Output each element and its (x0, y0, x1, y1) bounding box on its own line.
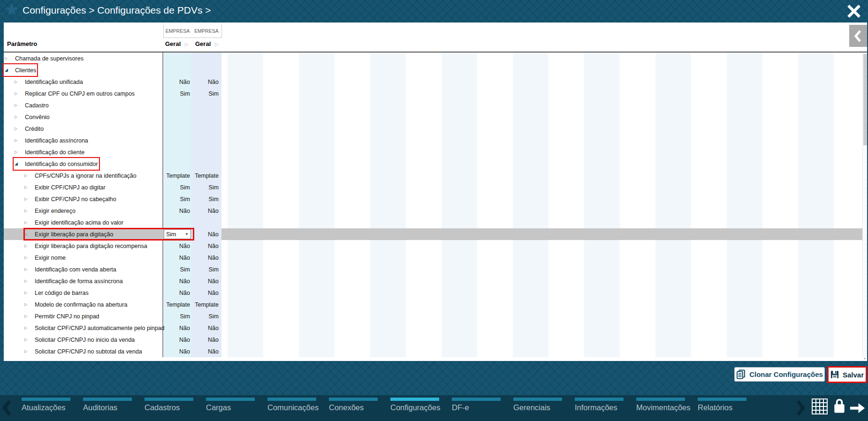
scrollbar-thumb[interactable] (863, 54, 867, 145)
tree-row[interactable]: ▷Replicar CPF ou CNPJ em outros camposSi… (4, 88, 867, 99)
tree-expanded-icon[interactable]: ◢ (15, 162, 20, 166)
tree-collapsed-icon[interactable]: ▷ (24, 268, 30, 271)
tree-row[interactable]: ▷Exigir liberação para digitação recompe… (4, 240, 867, 252)
nav-item-auditorias[interactable]: Auditorias (83, 398, 132, 412)
tree-collapsed-icon[interactable]: ▷ (24, 174, 30, 178)
tree-row[interactable]: ▷Ler código de barrasNãoNão (4, 287, 867, 299)
nav-item-cadastros[interactable]: Cadastros (145, 398, 193, 412)
nav-item-movimenta-es[interactable]: Movimentações (636, 398, 685, 412)
clone-settings-button[interactable]: Clonar Configurações (734, 367, 825, 382)
value-cell-2[interactable]: Não (191, 76, 220, 88)
nav-item-comunica-es[interactable]: Comunicações (267, 398, 316, 412)
value-cell-2[interactable]: Não (191, 228, 221, 240)
value-cell-2[interactable]: Não (191, 240, 220, 252)
collapse-panel-button[interactable] (849, 25, 867, 47)
nav-scroll-left-icon[interactable] (2, 400, 12, 416)
tree-collapsed-icon[interactable]: ▷ (24, 291, 30, 295)
tree-row[interactable]: ▷Modelo de confirmação na aberturaTempla… (4, 299, 867, 310)
tree-row[interactable]: ▷Exigir nomeNãoNão (4, 252, 867, 263)
value-cell-2[interactable]: Não (191, 334, 220, 346)
geral-column-header[interactable]: Geral▷ (195, 40, 219, 47)
tree-row[interactable]: ▷CPFs/CNPJs a ignorar na identificaçãoTe… (4, 170, 867, 181)
save-button[interactable]: Salvar (827, 366, 867, 383)
tree-collapsed-icon[interactable]: ▷ (15, 80, 20, 84)
value-cell-2[interactable]: Sim (191, 310, 220, 322)
tree-collapsed-icon[interactable]: ▷ (24, 221, 30, 225)
tree-collapsed-icon[interactable]: ▷ (15, 92, 20, 96)
value-cell-1[interactable]: Template (163, 299, 190, 310)
tree-collapsed-icon[interactable]: ▷ (24, 338, 30, 342)
value-cell-1[interactable]: Sim (163, 181, 190, 193)
tree-collapsed-icon[interactable]: ▷ (24, 326, 30, 330)
menu-grid-icon[interactable] (812, 398, 828, 414)
tree-row[interactable]: ▷Solicitar CPF/CNPJ no subtotal da venda… (4, 346, 867, 357)
value-cell-1[interactable]: Não (163, 287, 190, 299)
value-cell-2[interactable]: Não (191, 252, 220, 263)
value-cell-1[interactable]: Sim (163, 310, 190, 322)
tree-row[interactable]: ▷Permitir CNPJ no pinpadSimSim (4, 310, 867, 322)
value-cell-2[interactable]: Sim (191, 263, 220, 275)
nav-scroll-right-icon[interactable] (795, 400, 806, 416)
tree-row[interactable]: ▷Exibir CPF/CNPJ ao digitarSimSim (4, 181, 867, 193)
nav-item-relat-rios[interactable]: Relatórios (698, 398, 746, 412)
value-cell-1[interactable]: Não (163, 322, 190, 334)
value-cell-2[interactable]: Não (191, 287, 220, 299)
nav-item-gerenciais[interactable]: Gerenciais (513, 398, 562, 412)
geral-column-header[interactable]: Geral▷ (165, 40, 189, 47)
value-cell-2[interactable]: Não (191, 322, 220, 334)
value-cell-1[interactable]: Não (163, 275, 190, 287)
value-cell-1[interactable]: Não (163, 205, 190, 217)
tree-row[interactable]: ▷Solicitar CPF/CNPJ automaticamente pelo… (4, 322, 867, 334)
tree-row[interactable]: ◢Identificação do consumidor (4, 158, 867, 170)
tree-collapsed-icon[interactable]: ▷ (24, 244, 30, 248)
tree-collapsed-icon[interactable]: ▷ (24, 256, 30, 260)
tree-row[interactable]: ▷Exibir CPF/CNPJ no cabeçalhoSimSim (4, 193, 867, 205)
nav-item-informa-es[interactable]: Informações (575, 398, 624, 412)
tree-row[interactable]: ◢Clientes (4, 64, 867, 76)
value-cell-2[interactable]: Sim (191, 193, 220, 205)
value-cell-1[interactable]: Template (163, 170, 190, 181)
tree-row[interactable]: ▷Exigir endereçoNãoNão (4, 205, 867, 217)
nav-item-cargas[interactable]: Cargas (206, 398, 255, 412)
tree-collapsed-icon[interactable]: ▷ (24, 279, 30, 283)
tree-collapsed-icon[interactable]: ▷ (24, 197, 30, 201)
close-icon[interactable] (847, 5, 860, 18)
tree-expanded-icon[interactable]: ◢ (5, 68, 10, 72)
tree-collapsed-icon[interactable]: ▷ (15, 150, 20, 154)
vertical-scrollbar[interactable] (862, 53, 867, 357)
value-cell-2[interactable]: Sim (191, 181, 220, 193)
value-cell-1[interactable]: Sim (163, 193, 190, 205)
tree-row[interactable]: ▷Identificação do cliente (4, 146, 867, 158)
value-cell-2[interactable]: Não (191, 346, 220, 357)
value-cell-1[interactable]: Sim (163, 263, 190, 275)
tree-row[interactable]: ▷Identificação com venda abertaSimSim (4, 263, 867, 275)
nav-item-conex-es[interactable]: Conexões (329, 398, 378, 412)
tree-collapsed-icon[interactable]: ▷ (24, 350, 30, 353)
value-cell-2[interactable]: Sim (191, 88, 220, 99)
value-cell-1[interactable]: Não (163, 240, 190, 252)
tree-collapsed-icon[interactable]: ▷ (24, 315, 30, 318)
value-cell-1[interactable]: Não (163, 334, 190, 346)
value-cell-1[interactable]: Sim (163, 88, 190, 99)
value-cell-1[interactable]: Não (163, 346, 190, 357)
tree-row[interactable]: ▷Identificação de forma assíncronaNãoNão (4, 275, 867, 287)
value-cell-2[interactable]: Não (191, 275, 220, 287)
nav-item-df-e[interactable]: DF-e (452, 398, 501, 412)
tree-row[interactable]: ▷Crédito (4, 123, 867, 135)
value-cell-1[interactable]: Não (163, 252, 190, 263)
tree-row[interactable]: ▷Solicitar CPF/CNPJ no inicio da vendaNã… (4, 334, 867, 346)
tree-row[interactable]: ▷Exigir identificação acima do valor (4, 217, 867, 228)
tree-row[interactable]: ▷Convênio (4, 111, 867, 123)
tree-collapsed-icon[interactable]: ▷ (24, 303, 30, 307)
tree-collapsed-icon[interactable]: ▷ (24, 186, 30, 189)
tree-row[interactable]: ▷Cadastro (4, 99, 867, 111)
exit-arrow-icon[interactable] (849, 402, 866, 414)
tree-collapsed-icon[interactable]: ▷ (15, 104, 20, 107)
tree-row[interactable]: ▷Chamada de supervisores (4, 53, 867, 64)
lock-icon[interactable] (832, 398, 846, 414)
tree-collapsed-icon[interactable]: ▷ (15, 115, 20, 119)
nav-item-configura-es[interactable]: Configurações (390, 398, 439, 412)
tree-row[interactable]: ▷Identificação assíncrona (4, 135, 867, 146)
tree-collapsed-icon[interactable]: ▷ (24, 233, 30, 236)
value-cell-1[interactable]: Não (163, 76, 190, 88)
